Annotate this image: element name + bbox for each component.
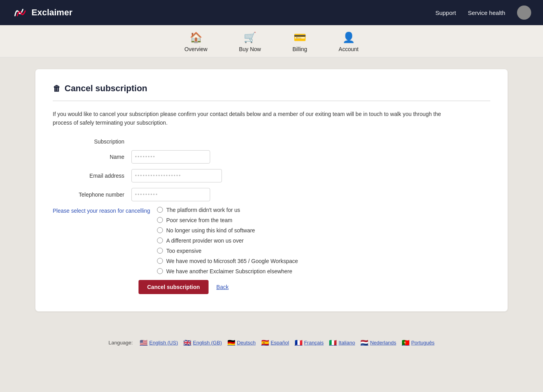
radio-option-4[interactable] [157,248,163,254]
flag-de: 🇩🇪 [227,339,235,346]
reason-option-label-2: No longer using this kind of software [166,227,255,234]
reason-option-2[interactable]: No longer using this kind of software [157,227,298,234]
logo-icon [12,5,28,20]
language-selector: Language: 🇺🇸English (US) 🇬🇧English (GB) … [8,339,535,346]
reason-option-1[interactable]: Poor service from the team [157,217,298,223]
trash-icon: 🗑 [53,84,61,93]
subscription-row: Subscription [53,138,490,145]
flag-us: 🇺🇸 [140,339,148,346]
name-input[interactable] [131,150,210,164]
main-content: 🗑 Cancel subscription If you would like … [0,57,543,323]
reason-option-6[interactable]: We have another Exclaimer Subscription e… [157,268,298,274]
telephone-input[interactable] [131,188,210,201]
flag-pt: 🇵🇹 [402,339,410,346]
top-nav-bar: 🏠 Overview 🛒 Buy Now 💳 Billing 👤 Account [0,25,543,57]
flag-fr: 🇫🇷 [295,339,303,346]
nav-label-buy-now: Buy Now [239,46,261,52]
page-title: Cancel subscription [65,83,147,94]
svg-rect-0 [12,5,28,20]
cancel-subscription-card: 🗑 Cancel subscription If you would like … [35,69,508,311]
radio-option-6[interactable] [157,268,163,274]
name-label: Name [53,154,131,160]
email-label: Email address [53,173,131,179]
radio-option-5[interactable] [157,258,163,264]
flag-it: 🇮🇹 [329,339,337,346]
radio-option-1[interactable] [157,217,163,223]
lang-en-us[interactable]: 🇺🇸English (US) [140,339,178,346]
nav-label-billing: Billing [292,46,307,52]
lang-fr[interactable]: 🇫🇷Français [295,339,324,346]
logo-text: Exclaimer [31,7,72,18]
header: Exclaimer Support Service health [0,0,543,25]
language-label: Language: [109,340,133,346]
back-button[interactable]: Back [216,284,229,290]
button-row: Cancel subscription Back [139,280,490,294]
cart-icon: 🛒 [244,31,256,44]
support-link[interactable]: Support [435,9,456,16]
lang-en-gb[interactable]: 🇬🇧English (GB) [183,339,222,346]
telephone-row: Telephone number [53,188,490,201]
description-text: If you would like to cancel your subscri… [53,110,446,127]
flag-nl: 🇳🇱 [360,339,368,346]
footer: Language: 🇺🇸English (US) 🇬🇧English (GB) … [0,323,543,358]
lang-es[interactable]: 🇪🇸Español [261,339,289,346]
reason-options: The platform didn't work for us Poor ser… [157,207,298,274]
nav-item-buy-now[interactable]: 🛒 Buy Now [239,31,261,52]
radio-option-2[interactable] [157,227,163,233]
reason-option-label-4: Too expensive [166,248,201,254]
flag-es: 🇪🇸 [261,339,269,346]
cancel-subscription-button[interactable]: Cancel subscription [139,280,209,294]
radio-option-3[interactable] [157,237,163,243]
flag-gb: 🇬🇧 [183,339,191,346]
reason-option-label-1: Poor service from the team [166,217,232,223]
home-icon: 🏠 [190,31,202,44]
email-input[interactable] [131,169,222,182]
radio-option-0[interactable] [157,207,163,213]
reason-option-label-0: The platform didn't work for us [166,207,240,213]
nav-label-overview: Overview [185,46,207,52]
logo: Exclaimer [12,5,72,20]
header-nav: Support Service health [435,6,531,20]
reason-option-5[interactable]: We have moved to Microsoft 365 / Google … [157,258,298,264]
lang-pt[interactable]: 🇵🇹Português [402,339,434,346]
nav-item-overview[interactable]: 🏠 Overview [185,31,207,52]
card-title: 🗑 Cancel subscription [53,83,490,101]
reason-row: Please select your reason for cancelling… [53,207,490,274]
reason-option-3[interactable]: A different provider won us over [157,237,298,244]
nav-item-billing[interactable]: 💳 Billing [292,31,307,52]
name-row: Name [53,150,490,164]
lang-nl[interactable]: 🇳🇱Nederlands [360,339,396,346]
reason-option-0[interactable]: The platform didn't work for us [157,207,298,213]
billing-icon: 💳 [294,31,306,44]
reason-option-4[interactable]: Too expensive [157,248,298,254]
nav-label-account: Account [339,46,359,52]
email-row: Email address [53,169,490,182]
reason-option-label-3: A different provider won us over [166,237,244,244]
lang-de[interactable]: 🇩🇪Deutsch [227,339,256,346]
service-health-link[interactable]: Service health [468,9,505,16]
account-icon: 👤 [342,31,355,44]
reason-option-label-6: We have another Exclaimer Subscription e… [166,268,292,274]
reason-label: Please select your reason for cancelling [53,207,157,214]
nav-item-account[interactable]: 👤 Account [339,31,359,52]
lang-it[interactable]: 🇮🇹Italiano [329,339,355,346]
subscription-label: Subscription [53,138,131,145]
reason-option-label-5: We have moved to Microsoft 365 / Google … [166,258,298,264]
telephone-label: Telephone number [53,191,131,198]
avatar[interactable] [517,6,531,20]
